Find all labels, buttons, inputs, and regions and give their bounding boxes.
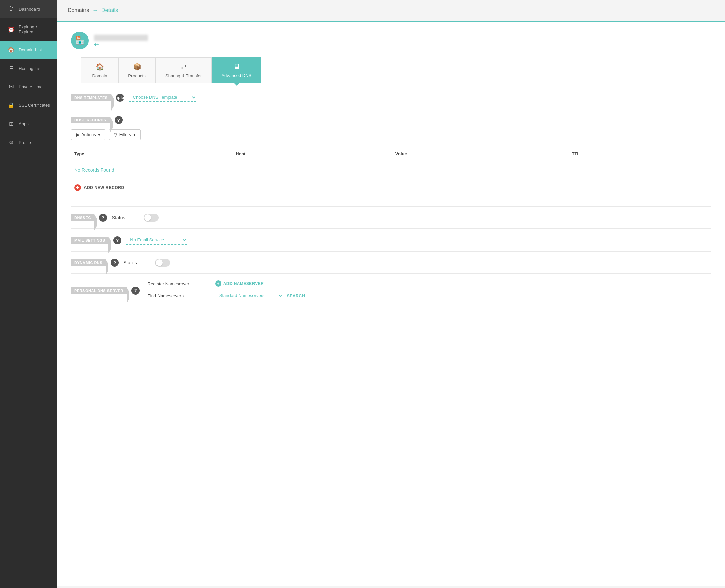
add-ns-icon: +	[215, 280, 221, 287]
add-new-record-button[interactable]: + ADD NEW RECORD	[71, 180, 128, 196]
sidebar-item-label: Domain List	[19, 47, 42, 52]
mail-settings-label: MAIL SETTINGS	[71, 237, 108, 244]
dnssec-label: DNSSEC	[71, 214, 94, 221]
gear-icon: ⚙	[8, 139, 15, 146]
actions-chevron: ▾	[98, 132, 100, 137]
add-record-label: ADD NEW RECORD	[84, 185, 124, 190]
tab-advanced-dns-label: Advanced DNS	[221, 73, 251, 78]
divider-2	[71, 207, 711, 207]
sidebar-item-private-email[interactable]: ✉ Private Email	[0, 77, 58, 96]
find-ns-label: Find Nameservers	[148, 293, 215, 298]
sidebar-item-label: Private Email	[19, 84, 45, 89]
sidebar-item-hosting-list[interactable]: 🖥 Hosting List	[0, 59, 58, 77]
sidebar-item-label: Hosting List	[19, 66, 42, 71]
domain-header: 🏪 ◆+	[71, 32, 711, 49]
add-record-cell: + ADD NEW RECORD	[71, 179, 711, 196]
advanced-dns-tab-icon: 🖥	[233, 63, 240, 70]
sidebar-item-apps[interactable]: ⊞ Apps	[0, 114, 58, 133]
divider-5	[71, 273, 711, 274]
sidebar-item-label: Expiring / Expired	[19, 24, 51, 35]
dnssec-help[interactable]: ?	[99, 214, 107, 222]
no-records-text: No Records Found	[71, 161, 711, 179]
nameserver-select[interactable]: Standard Nameservers Custom Nameservers	[215, 291, 283, 300]
personal-dns-label: PERSONAL DNS SERVER	[71, 287, 127, 294]
sidebar-item-label: Profile	[19, 140, 31, 145]
host-records-label: HOST RECORDS	[71, 117, 110, 123]
hosting-icon: 🖥	[8, 65, 15, 71]
avatar-icon: 🏪	[75, 36, 84, 45]
search-button[interactable]: SEARCH	[287, 294, 305, 298]
tab-sharing-transfer[interactable]: ⇄ Sharing & Transfer	[156, 58, 212, 83]
domain-tab-icon: 🏠	[96, 63, 104, 71]
mail-settings-help[interactable]: ?	[113, 236, 121, 244]
dynamic-dns-help[interactable]: ?	[110, 258, 119, 267]
mail-settings-section: MAIL SETTINGS ? No Email Service Custom …	[71, 235, 711, 245]
add-nameserver-label: ADD NAMESERVER	[223, 281, 264, 286]
sidebar-item-dashboard[interactable]: ⏱ Dashboard	[0, 0, 58, 18]
filters-label: Filters	[119, 132, 131, 137]
main-content: Domains → Details 🏪 ◆+ 🏠 Domain 📦 Produ	[58, 0, 725, 588]
tab-advanced-dns[interactable]: 🖥 Advanced DNS	[212, 58, 261, 83]
host-records-section: HOST RECORDS ? ▶ Actions ▾ ▽ Filters ▾	[71, 116, 711, 196]
breadcrumb: Domains → Details	[58, 0, 725, 22]
host-records-help[interactable]: ?	[115, 116, 123, 124]
register-ns-label: Register Nameserver	[148, 281, 215, 286]
tab-spacer-left	[71, 58, 81, 83]
dashboard-icon: ⏱	[8, 6, 15, 12]
actions-bar: ▶ Actions ▾ ▽ Filters ▾	[71, 129, 711, 140]
dnssec-status-label: Status	[112, 215, 139, 220]
domain-tag: ◆+	[94, 42, 148, 47]
col-value: Value	[392, 147, 568, 161]
dns-table-body: No Records Found + ADD NEW RECORD	[71, 161, 711, 196]
dnssec-toggle[interactable]	[144, 214, 159, 222]
content-area: 🏪 ◆+ 🏠 Domain 📦 Products ⇄ Sharing & Tra…	[58, 22, 725, 586]
dynamic-dns-status-label: Status	[123, 260, 150, 265]
tab-domain-label: Domain	[92, 74, 107, 78]
col-host: Host	[232, 147, 392, 161]
lock-icon: 🔒	[8, 102, 15, 108]
filters-button[interactable]: ▽ Filters ▾	[109, 129, 141, 140]
filters-chevron: ▾	[133, 132, 136, 137]
dynamic-dns-toggle[interactable]	[155, 258, 170, 267]
domain-name-blurred	[94, 35, 148, 41]
register-ns-action: + ADD NAMESERVER	[215, 280, 711, 287]
dynamic-dns-section: DYNAMIC DNS ? Status	[71, 258, 711, 267]
sidebar-item-expiring[interactable]: ⏰ Expiring / Expired	[0, 18, 58, 41]
col-type: Type	[71, 147, 232, 161]
filter-icon: ▽	[114, 132, 117, 137]
breadcrumb-root[interactable]: Domains	[68, 7, 89, 13]
tab-sharing-label: Sharing & Transfer	[165, 74, 202, 78]
host-records-header: HOST RECORDS ?	[71, 116, 711, 124]
find-ns-action: Standard Nameservers Custom Nameservers …	[215, 291, 711, 300]
actions-label: Actions	[81, 132, 96, 137]
col-ttl: TTL	[568, 147, 711, 161]
tab-domain[interactable]: 🏠 Domain	[81, 58, 118, 83]
mail-service-select[interactable]: No Email Service Custom MX Gmail Private…	[126, 235, 187, 245]
add-circle-icon: +	[74, 184, 81, 191]
sidebar-item-domain-list[interactable]: 🏠 Domain List	[0, 41, 58, 59]
apps-icon: ⊞	[8, 121, 15, 127]
sidebar-item-ssl[interactable]: 🔒 SSL Certificates	[0, 96, 58, 114]
personal-dns-section-header: PERSONAL DNS SERVER ? Register Nameserve…	[71, 280, 711, 300]
dynamic-dns-label: DYNAMIC DNS	[71, 259, 106, 266]
add-nameserver-button[interactable]: + ADD NAMESERVER	[215, 280, 264, 287]
divider-3	[71, 228, 711, 229]
no-records-row: No Records Found	[71, 161, 711, 179]
divider-4	[71, 251, 711, 252]
personal-dns-help[interactable]: ?	[131, 287, 140, 295]
actions-button[interactable]: ▶ Actions ▾	[71, 129, 105, 140]
dns-templates-help[interactable]: DNS Templates Help	[116, 93, 124, 102]
dns-table-head: Type Host Value TTL	[71, 147, 711, 161]
dns-templates-section: DNS TEMPLATES DNS Templates Help Choose …	[71, 93, 711, 102]
dnssec-section: DNSSEC ? Status	[71, 214, 711, 222]
tab-products[interactable]: 📦 Products	[118, 58, 156, 83]
dns-templates-label: DNS TEMPLATES	[71, 94, 111, 101]
domain-name-area: ◆+	[94, 35, 148, 47]
email-icon: ✉	[8, 83, 15, 90]
dns-template-select[interactable]: Choose DNS Template WordPress Custom Tem…	[129, 93, 196, 102]
personal-dns-grid: Register Nameserver + ADD NAMESERVER Fin…	[148, 280, 711, 300]
breadcrumb-separator: →	[92, 7, 98, 13]
sidebar-item-profile[interactable]: ⚙ Profile	[0, 133, 58, 152]
products-tab-icon: 📦	[133, 63, 141, 71]
sharing-tab-icon: ⇄	[181, 63, 187, 71]
